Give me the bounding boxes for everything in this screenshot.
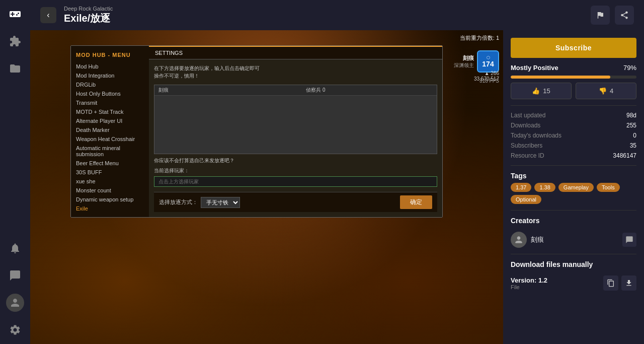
sidebar-item-gamepad[interactable] [6,5,24,23]
resource-id-key: Resource ID [511,152,608,159]
modhub-item-host-buttons[interactable]: Host Only Buttons [71,89,149,98]
todays-downloads-key: Today's downloads [511,132,608,139]
modhub-scout-count: 侦察兵 0 [199,87,433,94]
tags-section: Tags 1.37 1.38 Gameplay Tools Optional [511,172,636,204]
main-content: ‹ Deep Rock Galactic Exile/放逐 当前重力倍数: 1 [30,0,644,344]
modhub-item-mineral[interactable]: Automatic mineral submission [71,144,149,159]
tags-container: 1.37 1.38 Gameplay Tools Optional [511,183,636,204]
game-screenshot: 当前重力倍数: 1 刻痕 深渊领主 ⬡ 174 ▲ 266 [30,30,503,344]
creator-avatar[interactable] [511,232,527,248]
version-row: Version: 1.2 File [511,276,636,291]
modhub-item-death-marker[interactable]: Death Marker [71,125,149,134]
modhub-item-drglib[interactable]: DRGLib [71,80,149,89]
download-section: Download files manually Version: 1.2 Fil… [511,260,636,291]
sidebar-item-settings[interactable] [6,321,24,339]
flag-button[interactable] [591,6,610,25]
modhub-bottom-text: 你应该不会打算选自己来发放逐吧？ [154,157,437,164]
right-panel: Subscribe Mostly Positive 79% 👍 15 👎 [503,30,644,344]
subscribers-val: 35 [613,142,636,149]
back-button[interactable]: ‹ [40,7,56,23]
tag-1-37[interactable]: 1.37 [511,183,531,192]
modhub-item-xue-she[interactable]: xue she [71,177,149,186]
tag-optional[interactable]: Optional [511,195,541,204]
modhub-item-30s-buff[interactable]: 30S BUFF [71,168,149,177]
info-grid: Last updated 98d Downloads 255 Today's d… [511,112,636,159]
modhub-settings-tab[interactable]: SETTINGS [149,46,442,59]
creators-title: Creators [511,217,636,225]
vote-buttons: 👍 15 👎 4 [511,83,636,99]
sidebar-item-folder[interactable] [6,59,24,78]
modhub-current-player-label: 当前选择玩家： [154,167,437,174]
modhub-exile-dropdown[interactable]: 手无寸铁 [201,197,240,208]
topbar-actions [591,6,634,25]
modhub-content: 在下方选择要放逐的玩家，输入后点击确定即可 操作不可逆，慎用！ 刻痕 侦察兵 0… [149,59,442,217]
modhub-item-alt-player-ui[interactable]: Alternate Player UI [71,116,149,125]
hud-stats: ▲ 266 33,670,517 [474,71,499,82]
hud-player-info: 刻痕 深渊领主 ⬡ 174 [454,50,499,73]
version-info: Version: 1.2 File [511,277,547,290]
modhub-confirm-button[interactable]: 确定 [400,195,432,209]
downloads-val: 255 [613,122,636,129]
modhub-item-motd[interactable]: MOTD + Stat Track [71,107,149,116]
sidebar [0,0,30,344]
thumbs-up-button[interactable]: 👍 15 [511,83,572,99]
version-file: File [511,284,547,290]
thumbs-down-count: 4 [610,87,613,95]
content-area: 当前重力倍数: 1 刻痕 深渊领主 ⬡ 174 ▲ 266 [30,30,644,344]
copy-link-button[interactable] [603,276,618,291]
divider-2 [511,165,636,166]
todays-downloads-val: 0 [613,132,636,139]
modhub-player-col: 刻痕 [158,87,199,94]
tags-title: Tags [511,172,636,180]
creator-row: 刻痕 [511,232,636,248]
modhub-player-input[interactable] [154,176,437,187]
tag-gameplay[interactable]: Gameplay [558,183,594,192]
tag-tools[interactable]: Tools [597,183,620,192]
subscribe-button[interactable]: Subscribe [511,38,636,58]
version-number: Version: 1.2 [511,277,547,284]
sidebar-item-bell[interactable] [6,239,24,257]
thumbs-down-button[interactable]: 👎 4 [576,83,636,99]
share-button[interactable] [615,6,634,25]
modhub-overlay: MOD HUB - MENU Mod Hub Mod Integration D… [70,45,443,218]
sidebar-item-puzzle[interactable] [6,32,24,50]
tag-1-38[interactable]: 1.38 [534,183,555,192]
thumbs-down-icon: 👎 [599,87,607,95]
last-updated-val: 98d [613,112,636,119]
modhub-item-modhub[interactable]: Mod Hub [71,62,149,71]
divider-3 [511,210,636,211]
game-subtitle: Deep Rock Galactic [64,6,583,12]
modhub-item-beer[interactable]: Beer Effect Menu [71,159,149,168]
modhub-item-monster-count[interactable]: Monster count [71,186,149,195]
divider-4 [511,254,636,254]
hud-multiplier: 当前重力倍数: 1 [460,34,499,42]
hud-fps: 318 FPS [479,78,499,84]
modhub-item-integration[interactable]: Mod Integration [71,71,149,80]
avatar[interactable] [6,294,24,312]
rating-percentage: 79% [623,64,636,72]
download-file-button[interactable] [621,276,636,291]
resource-id-val: 3486147 [613,152,636,159]
hud-player-name: 刻痕 [454,54,474,62]
modhub-item-dynamic-weapon[interactable]: Dynamic weapon setup [71,195,149,204]
modhub-item-weapon-heat[interactable]: Weapon Heat Crosshair [71,134,149,144]
creator-message-button[interactable] [622,233,636,247]
rating-section: Mostly Positive 79% 👍 15 👎 4 [511,64,636,99]
modhub-item-exile[interactable]: Exile [71,204,149,213]
rating-header: Mostly Positive 79% [511,64,636,72]
last-updated-key: Last updated [511,112,608,119]
hud-player-name-area: 刻痕 深渊领主 [454,54,474,69]
hud-level-badge: ⬡ 174 [477,50,499,73]
game-panel: 当前重力倍数: 1 刻痕 深渊领主 ⬡ 174 ▲ 266 [30,30,503,344]
modhub-title: MOD HUB - MENU [71,50,149,62]
subscribers-key: Subscribers [511,142,608,149]
mod-title: Exile/放逐 [64,12,583,25]
downloads-key: Downloads [511,122,608,129]
hud-level-icon: ⬡ [487,55,490,60]
sidebar-item-chat[interactable] [6,266,24,285]
modhub-main: SETTINGS 在下方选择要放逐的玩家，输入后点击确定即可 操作不可逆，慎用！… [149,46,442,217]
creators-section: Creators 刻痕 [511,217,636,248]
title-area: Deep Rock Galactic Exile/放逐 [64,6,583,25]
modhub-item-transmit[interactable]: Transmit [71,98,149,107]
modhub-description: 在下方选择要放逐的玩家，输入后点击确定即可 操作不可逆，慎用！ [154,64,437,80]
